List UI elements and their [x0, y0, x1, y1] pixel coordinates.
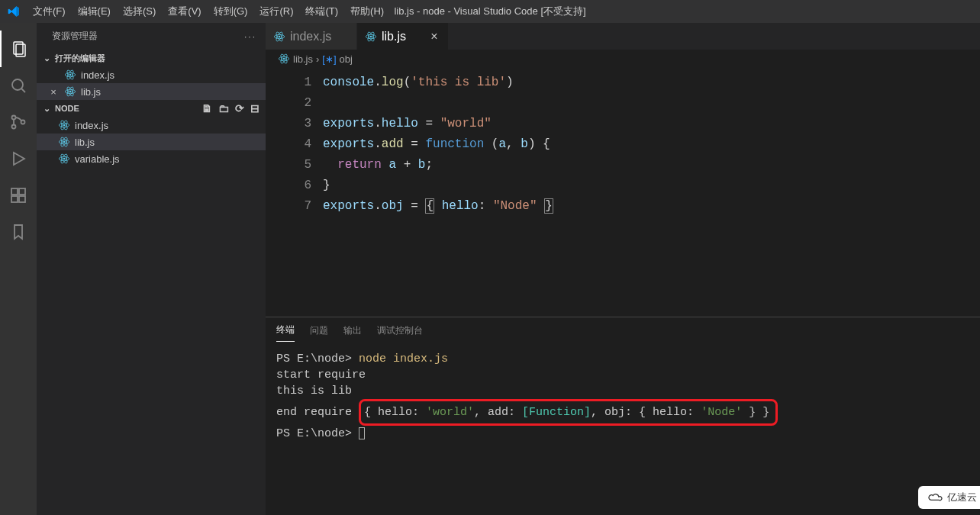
- tab-label: lib.js: [382, 30, 406, 43]
- react-file-icon: [64, 69, 76, 81]
- open-editors-label: 打开的编辑器: [55, 53, 105, 64]
- line-numbers: 1234567: [266, 72, 311, 217]
- sidebar-more-icon[interactable]: ···: [244, 31, 256, 42]
- open-editor-item[interactable]: × lib.js: [37, 83, 266, 100]
- tab-label: index.js: [290, 30, 331, 43]
- svg-point-23: [63, 124, 65, 126]
- file-item[interactable]: variable.js: [37, 150, 266, 167]
- code-content[interactable]: console.log('this is lib') exports.hello…: [323, 72, 553, 217]
- svg-point-31: [63, 158, 65, 159]
- search-icon[interactable]: [0, 67, 37, 104]
- svg-point-6: [21, 121, 25, 124]
- menu-run[interactable]: 运行(R): [253, 0, 299, 23]
- menu-view[interactable]: 查看(V): [162, 0, 207, 23]
- svg-point-2: [12, 79, 23, 90]
- breadcrumbs[interactable]: lib.js › [∗] obj: [266, 50, 980, 68]
- folder-label: NODE: [55, 104, 79, 113]
- panel-tab-output[interactable]: 输出: [343, 320, 362, 342]
- terminal[interactable]: PS E:\node> node index.jsstart requireth…: [266, 342, 980, 515]
- watermark: 亿速云: [918, 486, 980, 509]
- tab-index-js[interactable]: index.js: [266, 23, 357, 50]
- open-editor-filename: index.js: [81, 69, 114, 81]
- sidebar-title: 资源管理器: [52, 30, 98, 43]
- menu-help[interactable]: 帮助(H): [344, 0, 390, 23]
- menubar: 文件(F) 编辑(E) 选择(S) 查看(V) 转到(G) 运行(R) 终端(T…: [0, 0, 980, 23]
- source-control-icon[interactable]: [0, 104, 37, 140]
- menu-items: 文件(F) 编辑(E) 选择(S) 查看(V) 转到(G) 运行(R) 终端(T…: [27, 0, 390, 23]
- close-icon[interactable]: ×: [428, 31, 440, 43]
- chevron-down-icon: ⌄: [41, 104, 52, 114]
- react-file-icon: [64, 85, 76, 98]
- extensions-icon[interactable]: [0, 177, 37, 214]
- run-debug-icon[interactable]: [0, 140, 37, 177]
- refresh-icon[interactable]: ⟳: [235, 102, 244, 114]
- react-file-icon: [365, 31, 377, 43]
- file-item[interactable]: index.js: [37, 117, 266, 134]
- svg-rect-11: [19, 196, 25, 202]
- breadcrumb-separator: ›: [316, 53, 319, 65]
- svg-point-19: [69, 91, 71, 92]
- menu-file[interactable]: 文件(F): [27, 0, 72, 23]
- activity-bar: [0, 23, 37, 515]
- svg-marker-7: [14, 153, 24, 165]
- new-file-icon[interactable]: 🗎: [201, 102, 212, 114]
- menu-go[interactable]: 转到(G): [208, 0, 254, 23]
- tab-lib-js[interactable]: lib.js ×: [357, 23, 449, 50]
- panel-tab-debug-console[interactable]: 调试控制台: [377, 320, 423, 342]
- panel: 终端 问题 输出 调试控制台 PS E:\node> node index.js…: [266, 317, 980, 515]
- menu-edit[interactable]: 编辑(E): [72, 0, 117, 23]
- svg-line-3: [21, 89, 25, 92]
- svg-rect-10: [11, 196, 18, 202]
- folder-toolbar: 🗎 🗀 ⟳ ⊟: [201, 102, 266, 114]
- chevron-down-icon: ⌄: [41, 53, 52, 63]
- collapse-all-icon[interactable]: ⊟: [250, 102, 260, 114]
- sidebar-header: 资源管理器 ···: [37, 23, 266, 50]
- file-item[interactable]: lib.js: [37, 134, 266, 150]
- svg-rect-9: [19, 188, 25, 195]
- svg-point-39: [370, 36, 372, 37]
- open-editor-item[interactable]: index.js: [37, 66, 266, 83]
- file-name: variable.js: [75, 153, 120, 165]
- new-folder-icon[interactable]: 🗀: [218, 102, 229, 114]
- main: 资源管理器 ··· ⌄ 打开的编辑器 index.js × lib.js ⌄ N…: [0, 23, 980, 515]
- menu-select[interactable]: 选择(S): [117, 0, 162, 23]
- watermark-text: 亿速云: [947, 491, 977, 504]
- open-editors-header[interactable]: ⌄ 打开的编辑器: [37, 50, 266, 66]
- react-file-icon: [278, 53, 290, 65]
- sidebar-explorer: 资源管理器 ··· ⌄ 打开的编辑器 index.js × lib.js ⌄ N…: [37, 23, 266, 515]
- react-file-icon: [58, 153, 70, 165]
- vscode-logo-icon: [0, 0, 27, 23]
- menu-terminal[interactable]: 终端(T): [299, 0, 344, 23]
- svg-point-27: [63, 141, 65, 143]
- panel-tab-terminal[interactable]: 终端: [276, 319, 295, 342]
- open-editor-filename: lib.js: [81, 86, 101, 98]
- editor-area: index.js lib.js × lib.js › [∗] obj 12345…: [266, 23, 980, 515]
- tab-bar: index.js lib.js ×: [266, 23, 980, 50]
- breadcrumb-symbol[interactable]: obj: [340, 53, 353, 65]
- svg-point-35: [279, 36, 280, 37]
- bookmarks-icon[interactable]: [0, 214, 37, 250]
- file-name: lib.js: [75, 137, 95, 148]
- svg-point-15: [69, 74, 71, 76]
- panel-tab-problems[interactable]: 问题: [310, 320, 328, 342]
- file-name: index.js: [75, 120, 108, 131]
- breadcrumb-file[interactable]: lib.js: [293, 53, 313, 65]
- react-file-icon: [58, 136, 70, 148]
- svg-point-5: [12, 125, 16, 129]
- code-editor[interactable]: 1234567 console.log('this is lib') expor…: [266, 68, 980, 317]
- react-file-icon: [58, 119, 70, 131]
- svg-point-4: [12, 116, 16, 120]
- folder-header[interactable]: ⌄ NODE 🗎 🗀 ⟳ ⊟: [37, 100, 266, 117]
- svg-point-43: [283, 58, 285, 60]
- svg-rect-8: [11, 188, 18, 195]
- close-icon[interactable]: ×: [47, 85, 60, 98]
- panel-tabs: 终端 问题 输出 调试控制台: [266, 317, 980, 342]
- window-title: lib.js - node - Visual Studio Code [不受支持…: [394, 5, 585, 18]
- react-file-icon: [273, 31, 285, 43]
- explorer-icon[interactable]: [0, 31, 37, 67]
- symbol-variable-icon: [∗]: [322, 53, 336, 65]
